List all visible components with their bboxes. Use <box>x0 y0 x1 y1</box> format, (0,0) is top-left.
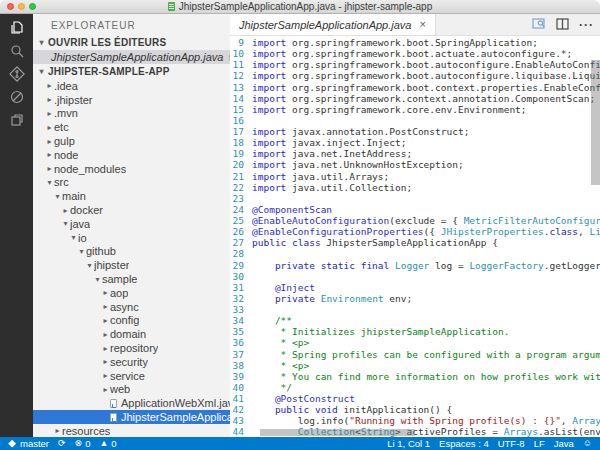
code-line-37[interactable]: 37 * Spring profiles can be configured w… <box>230 349 600 360</box>
tree-folder-main[interactable]: ▾main <box>33 189 230 203</box>
more-actions-button[interactable]: ··· <box>579 19 594 31</box>
tree-folder-docker[interactable]: ▸docker <box>33 203 230 217</box>
tree-folder-web[interactable]: ▸web <box>33 383 230 397</box>
cursor-position-indicator[interactable]: Li 1, Col 1 <box>387 438 430 449</box>
split-editor-button[interactable] <box>556 16 569 34</box>
tree-folder-gulp[interactable]: ▸gulp <box>33 134 230 148</box>
tree-folder-domain[interactable]: ▸domain <box>33 327 230 341</box>
code-line-30[interactable]: 30 <box>230 271 600 282</box>
tree-folder-repository[interactable]: ▸repository <box>33 341 230 355</box>
vertical-scrollbar[interactable] <box>591 60 600 185</box>
tree-folder-service[interactable]: ▸service <box>33 369 230 383</box>
code-line-13[interactable]: 13import org.springframework.boot.contex… <box>230 82 600 93</box>
tree-item-label: etc <box>54 121 69 133</box>
activity-extensions-button[interactable] <box>0 110 33 133</box>
tree-file-jhipstersampleapplicationapp-java[interactable]: JhipsterSampleApplicationApp.java <box>33 410 230 424</box>
tree-folder-github[interactable]: ▾github <box>33 245 230 259</box>
code-line-36[interactable]: 36 * <p> <box>230 337 600 348</box>
code-line-33[interactable]: 33 <box>230 304 600 315</box>
code-line-38[interactable]: 38 * <p> <box>230 360 600 371</box>
line-number: 16 <box>230 115 252 126</box>
code-line-26[interactable]: 26@EnableConfigurationProperties({ JHips… <box>230 226 600 237</box>
chevron-expanded-icon: ▾ <box>45 178 54 187</box>
open-editors-header-label: OUVRIR LES ÉDITEURS <box>48 37 166 48</box>
open-editor-item[interactable]: JhipsterSampleApplicationApp.java src/m.… <box>33 50 230 64</box>
project-folder-header[interactable]: ▾ JHIPSTER-SAMPLE-APP <box>33 64 230 79</box>
git-branch-indicator[interactable]: master <box>8 438 49 449</box>
eol-indicator[interactable]: LF <box>534 438 545 449</box>
code-line-16[interactable]: 16 <box>230 115 600 126</box>
code-line-12[interactable]: 12import org.springframework.boot.autoco… <box>230 70 600 81</box>
code-line-18[interactable]: 18import javax.inject.Inject; <box>230 137 600 148</box>
tree-folder-aop[interactable]: ▸aop <box>33 286 230 300</box>
error-counter[interactable]: ⊗ 0 <box>75 438 91 449</box>
code-line-29[interactable]: 29 private static final Logger log = Log… <box>230 260 600 271</box>
code-line-21[interactable]: 21import java.util.Arrays; <box>230 171 600 182</box>
encoding-indicator[interactable]: UTF-8 <box>498 438 525 449</box>
code-line-42[interactable]: 42 public void initApplication() { <box>230 404 600 415</box>
tree-folder-io[interactable]: ▾io <box>33 231 230 245</box>
line-number: 18 <box>230 137 252 148</box>
tree-folder--idea[interactable]: ▸.idea <box>33 79 230 93</box>
code-line-22[interactable]: 22import java.util.Collection; <box>230 182 600 193</box>
code-line-25[interactable]: 25@EnableAutoConfiguration(exclude = { M… <box>230 215 600 226</box>
language-mode-indicator[interactable]: Java <box>554 438 574 449</box>
sync-button[interactable]: ⟳ <box>58 439 66 448</box>
code-line-20[interactable]: 20import java.net.UnknownHostException; <box>230 159 600 170</box>
chevron-collapsed-icon: ▸ <box>45 81 54 90</box>
open-editors-header[interactable]: ▾ OUVRIR LES ÉDITEURS <box>33 35 230 50</box>
tree-folder-node-modules[interactable]: ▸node_modules <box>33 162 230 176</box>
code-line-41[interactable]: 41 @PostConstruct <box>230 393 600 404</box>
close-tab-icon[interactable]: × <box>419 19 425 30</box>
code-line-10[interactable]: 10import org.springframework.boot.actuat… <box>230 48 600 59</box>
tree-file-applicationwebxml-java[interactable]: ApplicationWebXml.java <box>33 396 230 410</box>
code-line-text: @Inject <box>252 282 315 293</box>
code-line-text: import org.springframework.boot.context.… <box>252 82 600 93</box>
horizontal-scrollbar[interactable] <box>260 429 415 436</box>
tree-folder--jhipster[interactable]: ▸.jhipster <box>33 93 230 107</box>
debug-icon <box>8 88 26 110</box>
code-line-17[interactable]: 17import javax.annotation.PostConstruct; <box>230 126 600 137</box>
feedback-button[interactable]: ☺ <box>583 439 592 448</box>
open-preview-button[interactable] <box>532 16 546 34</box>
code-line-40[interactable]: 40 */ <box>230 382 600 393</box>
code-line-32[interactable]: 32 private Environment env; <box>230 293 600 304</box>
code-line-text: * <p> <box>252 360 309 371</box>
tree-folder-config[interactable]: ▸config <box>33 314 230 328</box>
smiley-icon: ☺ <box>583 439 592 448</box>
tab-jhipstersampleapplicationapp-java[interactable]: JhipsterSampleApplicationApp.java × <box>230 14 436 35</box>
tree-folder-security[interactable]: ▸security <box>33 355 230 369</box>
tree-folder-sample[interactable]: ▾sample <box>33 272 230 286</box>
tree-folder-src[interactable]: ▾src <box>33 176 230 190</box>
tree-folder-java[interactable]: ▾java <box>33 217 230 231</box>
code-editor[interactable]: 9import org.springframework.boot.SpringA… <box>230 36 600 437</box>
tree-item-label: main <box>62 190 86 202</box>
code-line-27[interactable]: 27public class JhipsterSampleApplication… <box>230 237 600 248</box>
code-line-11[interactable]: 11import org.springframework.boot.autoco… <box>230 59 600 70</box>
code-line-9[interactable]: 9import org.springframework.boot.SpringA… <box>230 37 600 48</box>
activity-explorer-button[interactable] <box>0 18 33 41</box>
code-line-text: import java.util.Collection; <box>252 182 412 193</box>
code-line-23[interactable]: 23 <box>230 193 600 204</box>
warning-counter[interactable]: ▲ 0 <box>99 438 116 449</box>
tree-folder-async[interactable]: ▸async <box>33 300 230 314</box>
code-line-14[interactable]: 14import org.springframework.context.ann… <box>230 93 600 104</box>
code-line-15[interactable]: 15import org.springframework.core.env.En… <box>230 104 600 115</box>
code-line-39[interactable]: 39 * You can find more information on ho… <box>230 371 600 382</box>
tree-folder-node[interactable]: ▸node <box>33 148 230 162</box>
code-line-19[interactable]: 19import java.net.InetAddress; <box>230 148 600 159</box>
tree-folder--mvn[interactable]: ▸.mvn <box>33 107 230 121</box>
code-line-31[interactable]: 31 @Inject <box>230 282 600 293</box>
code-line-35[interactable]: 35 * Initializes jhipsterSampleApplicati… <box>230 326 600 337</box>
indentation-indicator[interactable]: Espaces : 4 <box>439 438 489 449</box>
tree-folder-resources[interactable]: ▸resources <box>33 424 230 437</box>
tree-folder-etc[interactable]: ▸etc <box>33 120 230 134</box>
activity-search-button[interactable] <box>0 41 33 64</box>
code-line-24[interactable]: 24@ComponentScan <box>230 204 600 215</box>
activity-source-control-button[interactable] <box>0 64 33 87</box>
code-line-43[interactable]: 43 log.info("Running with Spring profile… <box>230 415 600 426</box>
tree-folder-jhipster[interactable]: ▾jhipster <box>33 258 230 272</box>
code-line-28[interactable]: 28 <box>230 248 600 259</box>
code-line-34[interactable]: 34 /** <box>230 315 600 326</box>
activity-debug-button[interactable] <box>0 87 33 110</box>
